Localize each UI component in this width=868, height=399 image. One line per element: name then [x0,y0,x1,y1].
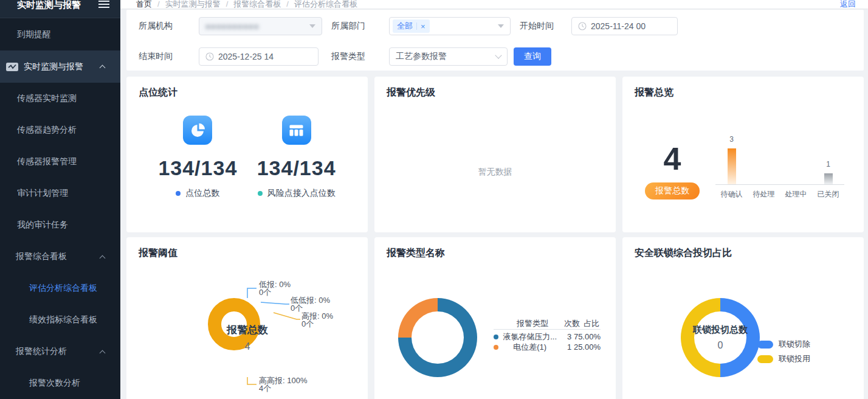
sidebar-item-label: 我的审计任务 [17,220,68,231]
col-header: 报警类型 [501,318,564,329]
alarm-type-value: 工艺参数报警 [396,51,447,62]
sidebar-item-alarm-count-analysis[interactable]: 报警次数分析 [0,367,120,399]
card-alarm-type-name: 报警类型名称 报警类型 次数 占比 液氯存储压力... 3 75.00% [374,237,616,399]
bar-category: 已关闭 [812,189,844,200]
dept-label: 所属部门 [331,21,389,32]
sidebar-item-label: 报警次数分析 [29,378,80,389]
dept-tag: 全部 × [393,19,430,33]
legend-label: 联锁投用 [779,353,810,364]
sidebar-item-evaluation-dashboard[interactable]: 评估分析综合看板 [0,272,120,304]
sidebar-item-label: 报警综合看板 [16,251,67,262]
stat-risk-points: 134/134 风险点接入点位数 [257,116,336,199]
sidebar-item-label: 传感器报警管理 [17,156,77,167]
card-title: 报警优先级 [387,86,604,99]
alarm-type-legend-table: 报警类型 次数 占比 液氯存储压力... 3 75.00% 电位差(1) 1 [494,317,601,352]
org-select[interactable]: ■■■■■■■■■■ [199,17,322,35]
card-title: 报警阈值 [139,247,356,260]
donut-center-label: 报警总数 [227,323,268,337]
breadcrumb-link-dashboard[interactable]: 报警综合看板 [233,0,281,9]
sidebar-item-sensor-trend[interactable]: 传感器趋势分析 [0,114,120,146]
end-time-input[interactable]: 2025-12-25 14 [199,47,319,66]
chevron-up-icon [100,255,106,261]
search-button[interactable]: 查询 [514,47,551,66]
dept-tag-label: 全部 [397,21,413,32]
alarm-status-bar-chart: 3 1 待确认 待处理 处理中 已关闭 [715,133,844,200]
breadcrumb: 首页 / 实时监测与报警 / 报警综合看板 / 评估分析综合看板 返回 [120,0,868,9]
sidebar-item-sensor-alarm-mgmt[interactable]: 传感器报警管理 [0,146,120,178]
tag-divider [416,23,417,30]
stat-value: 134/134 [158,156,237,180]
donut-center-label: 联锁投切总数 [693,324,748,336]
legend-label: 联锁切除 [779,339,810,350]
sidebar-item-label: 评估分析综合看板 [29,283,97,294]
legend-count: 1 [559,342,571,352]
col-header: 次数 [564,318,580,329]
cards-grid: 点位统计 134/134 点位总数 [126,77,864,399]
card-alarm-overview: 报警总览 4 报警总数 3 1 待确认 [622,77,864,232]
end-time-value: 2025-12-25 14 [218,52,274,61]
bar-value: 3 [729,135,734,144]
sidebar-group-alarm-dashboard[interactable]: 报警综合看板 [0,241,120,272]
sidebar-item-sensor-realtime[interactable]: 传感器实时监测 [0,83,120,114]
breadcrumb-link-monitoring[interactable]: 实时监测与报警 [165,0,221,9]
blue-dot-icon [494,335,498,339]
sidebar-group-alarm-statistics[interactable]: 报警统计分析 [0,336,120,367]
sidebar: 实时监测与报警 到期提醒 实时监测与报警 传感器实时监测 传感器趋势分析 传感器… [0,0,120,399]
legend-item-cutoff: 联锁切除 [757,339,810,350]
breadcrumb-separator: / [286,0,289,9]
sidebar-item-audit-plan[interactable]: 审计计划管理 [0,178,120,209]
stat-label: 风险点接入点位数 [267,188,336,199]
sidebar-item-kpi-dashboard[interactable]: 绩效指标综合看板 [0,304,120,336]
teal-dot-icon [258,191,263,196]
legend-name: 电位差(1) [501,342,559,353]
legend-row: 液氯存储压力... 3 75.00% [494,331,601,342]
legend-row: 电位差(1) 1 25.00% [494,342,601,352]
sidebar-item-realtime-monitoring[interactable]: 实时监测与报警 [0,50,120,83]
sidebar-item-my-audit-tasks[interactable]: 我的审计任务 [0,209,120,241]
callout-high: 高报: 0% 0个 [301,312,333,328]
chevron-down-icon [495,52,501,58]
callout-highhigh: 高高报: 100% 4个 [259,376,307,392]
sidebar-header: 实时监测与报警 [0,0,120,18]
tag-close-icon[interactable]: × [421,22,425,31]
blue-dot-icon [176,191,181,196]
monitor-chart-icon [6,62,18,72]
sidebar-item-label: 到期提醒 [17,29,51,40]
back-link[interactable]: 返回 [840,0,856,9]
alarm-type-label: 报警类型 [331,51,389,62]
alarm-type-select[interactable]: 工艺参数报警 [389,47,508,66]
hamburger-icon[interactable] [98,4,109,5]
pie-chart-icon [183,116,212,145]
orange-dot-icon [494,345,498,350]
alarm-total-block: 4 报警总数 [643,142,701,200]
legend-item-engaged: 联锁投用 [757,353,810,364]
start-time-value: 2025-11-24 00 [591,21,646,31]
dept-select[interactable]: 全部 × [389,17,511,35]
caret-down-icon [498,24,504,28]
bar-category: 待处理 [748,189,780,200]
sidebar-item-label: 绩效指标综合看板 [29,314,97,325]
interlock-donut-center: 联锁投切总数 0 [681,298,760,377]
stat-label: 点位总数 [185,188,219,199]
legend-dot-spacer [494,321,498,326]
sidebar-item-label: 传感器趋势分析 [17,125,77,136]
card-point-stats: 点位统计 134/134 点位总数 [126,77,368,232]
sidebar-item-label: 传感器实时监测 [17,93,77,104]
callout-low: 低报: 0% 0个 [259,280,291,296]
threshold-donut-center: 报警总数 4 [208,298,287,377]
start-time-input[interactable]: 2025-11-24 00 [571,17,678,35]
filter-panel: 所属机构 ■■■■■■■■■■ 所属部门 全部 × 开始时间 [126,10,864,71]
empty-state-text: 暂无数据 [374,167,616,178]
clock-icon [205,52,214,61]
card-title: 点位统计 [139,86,356,99]
card-title: 报警类型名称 [387,247,604,260]
stat-total-points: 134/134 点位总数 [158,116,237,199]
breadcrumb-home[interactable]: 首页 [136,0,152,9]
sidebar-item-label: 报警统计分析 [16,346,67,357]
sidebar-item-expiry-reminder[interactable]: 到期提醒 [0,18,120,50]
card-interlock-ratio: 安全联锁综合投切占比 联锁投切总数 0 联锁切除 联锁投用 [622,237,864,399]
donut-center-value: 4 [245,341,250,352]
breadcrumb-separator: / [157,0,160,9]
alarm-type-donut-chart [398,298,477,377]
org-label: 所属机构 [139,21,199,32]
